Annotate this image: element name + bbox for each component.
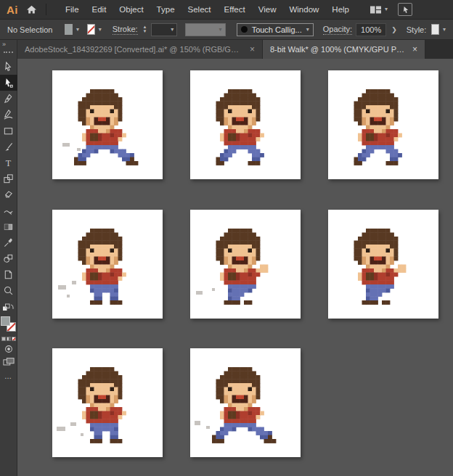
touch-workspace-icon [401,6,409,14]
menu-item[interactable]: File [60,3,85,16]
stroke-color-swatch[interactable] [87,24,95,35]
tools-panel-header: » [0,41,17,59]
brush-preview-icon [241,26,248,33]
none-button[interactable] [12,337,16,341]
chevron-down-icon[interactable]: ▾ [385,7,388,12]
arrange-documents-button[interactable] [370,4,382,15]
menu-bar-right: ▾ [370,3,412,16]
stroke-weight-select[interactable]: ▾ [151,23,178,36]
close-icon[interactable]: × [412,45,417,54]
document-tab-label: 8-bit Walk* @ 100% (CMYK/GPU Preview) [270,45,406,54]
style-label: Style: [407,25,427,34]
tools-panel-bottom: … [1,303,16,380]
menu-items: FileEditObjectTypeSelectEffectViewWindow… [60,3,355,16]
direct-selection-arrow-icon [3,78,14,89]
fill-stroke-indicator[interactable] [1,316,16,332]
artboard[interactable] [190,70,301,179]
paintbrush-icon [3,141,14,152]
artboard[interactable] [328,70,438,179]
document-tab[interactable]: 8-bit Walk* @ 100% (CMYK/GPU Preview) × [263,40,425,59]
arrange-documents-icon [370,4,382,15]
type-icon: T [3,157,14,168]
selection-arrow-icon [3,62,14,73]
chevron-down-icon: ▾ [171,27,174,33]
fill-chevron-down-icon[interactable]: ▾ [76,27,79,33]
document-tab[interactable]: AdobeStock_184392269 [Converted].ai* @ 1… [17,40,263,59]
pixel-character-frame[interactable] [52,70,163,179]
chevron-right-icon[interactable]: ❯ [391,26,397,33]
document-tabs: AdobeStock_184392269 [Converted].ai* @ 1… [17,40,453,59]
pixel-character-frame[interactable] [328,70,438,179]
artboard[interactable] [52,210,163,319]
home-button[interactable] [24,2,38,17]
stroke-label[interactable]: Stroke: [113,25,138,35]
brush-definition-select[interactable]: Touch Callig... ▾ [237,23,314,36]
tool-gradient[interactable] [0,218,17,234]
gradient-icon [3,221,14,232]
artboard[interactable] [328,210,438,319]
artboard[interactable] [52,348,163,457]
tool-free-transform[interactable] [0,171,17,186]
fill-swatch[interactable] [1,316,10,326]
tool-rectangle[interactable] [0,123,17,139]
tool-curvature[interactable] [0,107,17,123]
menu-item[interactable]: Type [151,3,181,16]
tool-shaper[interactable] [0,202,17,218]
tool-eyedropper[interactable] [0,234,17,250]
rectangle-icon [3,126,14,136]
width-profile-select[interactable]: ▾ [185,23,225,36]
illustrator-logo: Ai [7,4,18,16]
tool-zoom[interactable] [0,282,17,298]
color-button[interactable] [1,337,6,341]
pixel-character-frame[interactable] [52,348,163,457]
style-chevron-down-icon[interactable]: ▾ [443,27,446,33]
pixel-character-frame[interactable] [52,210,163,319]
panel-grip[interactable] [4,52,13,53]
menu-item[interactable]: Window [283,3,325,16]
more-tools-button[interactable]: … [4,372,12,380]
tool-paintbrush[interactable] [0,139,17,155]
illustrator-window: Ai FileEditObjectTypeSelectEffectViewWin… [0,0,453,476]
gradient-button[interactable] [7,337,11,341]
tool-artboard[interactable] [0,266,17,282]
opacity-field[interactable]: 100% [356,23,386,36]
pixel-character-frame[interactable] [190,70,301,179]
tool-pen[interactable] [0,91,17,107]
stroke-chevron-down-icon[interactable]: ▾ [99,27,102,33]
fill-color-swatch[interactable] [65,24,73,35]
draw-mode-icon[interactable] [4,344,14,354]
tool-eraser[interactable] [0,186,17,202]
pen-icon [3,94,14,104]
opacity-label[interactable]: Opacity: [323,25,352,35]
tool-shape-builder[interactable] [0,250,17,266]
tool-type[interactable]: T [0,155,17,171]
tool-selection[interactable] [0,59,17,75]
artboard[interactable] [190,210,301,319]
free-transform-icon [3,173,14,184]
pixel-character-frame[interactable] [328,210,438,319]
pixel-character-frame[interactable] [190,210,301,319]
menu-item[interactable]: Object [113,3,149,16]
tool-direct-selection[interactable] [0,75,17,91]
artboard[interactable] [52,70,163,179]
stroke-weight-stepper[interactable]: ▲▼ [143,25,147,33]
menu-item[interactable]: Select [182,3,217,16]
document-area: AdobeStock_184392269 [Converted].ai* @ 1… [17,40,453,476]
artboard-icon [3,269,14,280]
swap-fill-stroke-icon[interactable] [2,303,15,312]
screen-mode-icon[interactable] [3,357,15,366]
style-swatch[interactable] [431,24,439,35]
curvature-icon [3,110,14,120]
menu-item[interactable]: Edit [86,3,113,16]
menu-item[interactable]: View [253,3,282,16]
touch-workspace-button[interactable] [398,3,412,16]
artboard[interactable] [190,348,301,457]
pixel-character-frame[interactable] [190,348,301,457]
menu-item[interactable]: Help [326,3,355,16]
home-icon [26,4,37,15]
expand-panel-icon[interactable]: » [2,41,6,48]
canvas-area[interactable] [17,59,453,476]
close-icon[interactable]: × [250,45,255,54]
menu-item[interactable]: Effect [219,3,251,16]
zoom-icon [3,285,14,296]
